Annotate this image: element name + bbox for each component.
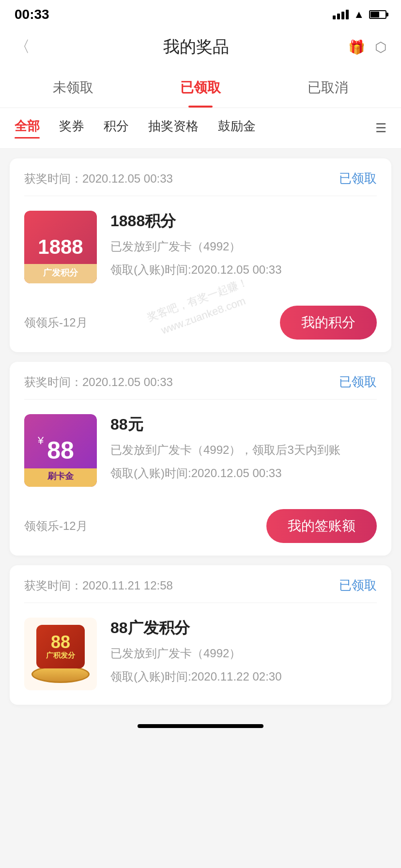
prize-image-1888: 1888 广发积分	[24, 211, 97, 283]
tab-unclaimed[interactable]: 未领取	[38, 68, 108, 108]
home-indicator	[138, 724, 263, 728]
prize-desc2-2: 领取(入账)时间:2020.12.05 00:33	[110, 465, 377, 482]
signal-icon	[333, 10, 349, 19]
prize-card-1: 获奖时间：2020.12.05 00:33 已领取 1888 广发积分 1888…	[10, 158, 391, 352]
page-title: 我的奖品	[163, 36, 229, 58]
prize-card-3: 获奖时间：2020.11.21 12:58 已领取 88 广积发分 88广发积分	[10, 565, 391, 705]
prize-source-1: 领领乐-12月	[24, 315, 88, 330]
prize-body-3: 88 广积发分 88广发积分 已发放到广发卡（4992） 领取(入账)时间:20…	[10, 603, 391, 705]
filter-menu-icon[interactable]: ☰	[375, 121, 386, 136]
prize-info-2: 88元 已发放到广发卡（4992），领取后3天内到账 领取(入账)时间:2020…	[110, 414, 377, 482]
status-bar: 00:33 ▲	[0, 0, 401, 26]
prize-image-88gf: 88 广积发分	[24, 618, 97, 690]
status-icons: ▲	[333, 8, 386, 21]
prize-footer-1: 领领乐-12月 我的积分	[10, 298, 391, 352]
main-tabs: 未领取 已领取 已取消	[0, 68, 401, 108]
prize-desc1-3: 已发放到广发卡（4992）	[110, 645, 377, 662]
prize-info-1: 1888积分 已发放到广发卡（4992） 领取(入账)时间:2020.12.05…	[110, 211, 377, 279]
prize-name-3: 88广发积分	[110, 618, 377, 639]
prize-body-2: ¥ 88 刷卡金 88元 已发放到广发卡（4992），领取后3天内到账 领取(入…	[10, 400, 391, 501]
prize-desc2-3: 领取(入账)时间:2020.11.22 02:30	[110, 668, 377, 685]
prize-action-1[interactable]: 我的积分	[280, 306, 377, 340]
tab-claimed[interactable]: 已领取	[166, 68, 235, 108]
prize-desc1-1: 已发放到广发卡（4992）	[110, 238, 377, 255]
prize-status-3: 已领取	[339, 577, 377, 594]
prize-desc2-1: 领取(入账)时间:2020.12.05 00:33	[110, 261, 377, 279]
prize-name-2: 88元	[110, 414, 377, 435]
prize-action-2[interactable]: 我的签账额	[266, 509, 377, 543]
prize-source-2: 领领乐-12月	[24, 518, 88, 534]
prize-time-2: 获奖时间：2020.12.05 00:33	[24, 374, 173, 390]
battery-icon	[369, 10, 386, 19]
status-time: 00:33	[15, 7, 49, 22]
prize-time-1: 获奖时间：2020.12.05 00:33	[24, 171, 173, 186]
prize-desc1-2: 已发放到广发卡（4992），领取后3天内到账	[110, 441, 377, 459]
header: 〈 我的奖品 🎁 ⬡	[0, 26, 401, 68]
prize-card-2: 获奖时间：2020.12.05 00:33 已领取 ¥ 88 刷卡金 88元 已…	[10, 362, 391, 556]
header-icons: 🎁 ⬡	[348, 39, 386, 55]
prize-status-1: 已领取	[339, 170, 377, 187]
filter-coupon[interactable]: 奖券	[59, 118, 84, 139]
prize-name-1: 1888积分	[110, 211, 377, 232]
settings-icon[interactable]: ⬡	[375, 39, 386, 55]
prize-status-2: 已领取	[339, 373, 377, 390]
wifi-icon: ▲	[354, 8, 364, 21]
filter-bar: 全部 奖券 积分 抽奖资格 鼓励金 ☰	[0, 108, 401, 149]
prize-footer-2: 领领乐-12月 我的签账额	[10, 501, 391, 556]
prize-image-88: ¥ 88 刷卡金	[24, 414, 97, 487]
filter-bonus[interactable]: 鼓励金	[218, 118, 256, 139]
prize-body-1: 1888 广发积分 1888积分 已发放到广发卡（4992） 领取(入账)时间:…	[10, 196, 391, 298]
back-button[interactable]: 〈	[15, 36, 44, 58]
tab-cancelled[interactable]: 已取消	[293, 68, 363, 108]
filter-points[interactable]: 积分	[104, 118, 129, 139]
prize-header-1: 获奖时间：2020.12.05 00:33 已领取	[10, 158, 391, 196]
prize-header-3: 获奖时间：2020.11.21 12:58 已领取	[10, 565, 391, 603]
prize-list: 获奖时间：2020.12.05 00:33 已领取 1888 广发积分 1888…	[0, 149, 401, 714]
filter-lottery[interactable]: 抽奖资格	[148, 118, 199, 139]
prize-header-2: 获奖时间：2020.12.05 00:33 已领取	[10, 362, 391, 399]
gift-icon[interactable]: 🎁	[348, 39, 365, 55]
prize-time-3: 获奖时间：2020.11.21 12:58	[24, 578, 173, 593]
prize-info-3: 88广发积分 已发放到广发卡（4992） 领取(入账)时间:2020.11.22…	[110, 618, 377, 685]
filter-all[interactable]: 全部	[15, 118, 40, 139]
